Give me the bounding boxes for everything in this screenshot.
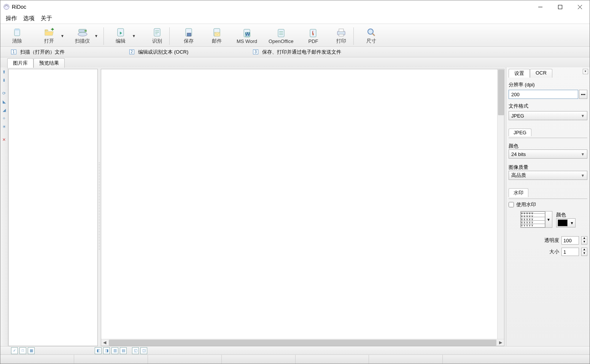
svg-line-32: [372, 33, 375, 36]
mail-button[interactable]: 邮件: [206, 27, 227, 45]
edit-button[interactable]: 编辑: [110, 27, 131, 45]
open-button[interactable]: 打开: [38, 27, 60, 45]
tab-gallery[interactable]: 图片库: [7, 58, 33, 68]
opacity-spinner[interactable]: ▲▼: [581, 236, 587, 245]
maximize-button[interactable]: [550, 0, 570, 13]
hint-num-icon: 2: [129, 49, 135, 54]
view3-icon[interactable]: ▥: [111, 347, 118, 354]
menu-action[interactable]: 操作: [3, 14, 20, 23]
tab-preview[interactable]: 预览结果: [33, 58, 65, 68]
print-button[interactable]: 打印: [331, 27, 352, 45]
open-dropdown-arrow[interactable]: ▼: [60, 34, 65, 38]
size-input[interactable]: [561, 248, 579, 256]
splitter[interactable]: [98, 162, 101, 251]
opacity-input[interactable]: [561, 236, 579, 245]
clear-icon: [12, 27, 22, 37]
color-select[interactable]: 24 bits▼: [509, 149, 587, 159]
delete-icon[interactable]: ✕: [1, 137, 7, 143]
main-tabs: 图片库 预览结果: [0, 57, 590, 67]
hint-1: 1扫描（打开的）文件: [11, 49, 65, 56]
save-icon: [183, 27, 194, 37]
app-icon: [3, 4, 10, 10]
size-button[interactable]: 尺寸: [361, 27, 382, 45]
panel-close-icon[interactable]: ×: [583, 69, 588, 74]
svg-rect-30: [339, 34, 344, 36]
openoffice-button[interactable]: OpenOffice: [265, 27, 297, 45]
menu-about[interactable]: 关于: [38, 14, 55, 23]
adjust-icon[interactable]: ✧: [1, 115, 7, 121]
toolbar-separator: [103, 27, 104, 45]
toolbar: 清除 打开 ▼ 扫描仪 ▼ 编辑 ▼ 识别 保存 邮件 W MS Word Op…: [0, 24, 590, 47]
svg-point-31: [368, 29, 373, 34]
hint-3: 3保存、打印并通过电子邮件发送文件: [253, 49, 341, 56]
scanner-button[interactable]: 扫描仪: [71, 27, 94, 45]
watermark-pattern-preview: vvvvvvvvvvvvvvvvvvvvvvvvv: [521, 211, 545, 227]
svg-point-7: [78, 32, 87, 36]
format-select[interactable]: JPEG▼: [509, 111, 587, 120]
minimize-button[interactable]: [530, 0, 550, 13]
rotate-icon[interactable]: ⟳: [1, 90, 7, 96]
edit-dropdown-arrow[interactable]: ▼: [131, 34, 137, 38]
svg-rect-2: [558, 5, 562, 9]
close-button[interactable]: [570, 0, 590, 13]
size-spinner[interactable]: ▲▼: [581, 248, 587, 256]
chevron-down-icon: ▼: [581, 114, 585, 118]
bottom-toolbar: ✓ □ ▦ ◧ ◨ ▥ ▤ ◱ ◲: [0, 346, 590, 354]
pdf-icon: [308, 28, 318, 38]
watermark-section-tab[interactable]: 水印: [509, 188, 528, 197]
left-toolbar: ⬆ ⬇ ⟳ ◣ ◢ ✧ ☀ ✕: [0, 67, 8, 346]
chevron-down-icon: ▼: [569, 221, 576, 225]
rp-tab-settings[interactable]: 设置: [509, 69, 530, 78]
window-title: RiDoc: [12, 4, 26, 10]
scanner-dropdown-arrow[interactable]: ▼: [94, 34, 99, 38]
recognize-button[interactable]: 识别: [146, 27, 168, 45]
quality-select[interactable]: 高品质▼: [509, 171, 587, 180]
opacity-label: 透明度: [544, 237, 559, 244]
brightness-icon[interactable]: ☀: [1, 124, 7, 130]
color-swatch: [558, 219, 568, 226]
zoom1-icon[interactable]: ◱: [132, 347, 139, 354]
watermark-color-select[interactable]: ▼: [556, 218, 576, 227]
dpi-input[interactable]: [509, 90, 578, 99]
chevron-down-icon: ▼: [581, 152, 585, 156]
main-area: ⬆ ⬇ ⟳ ◣ ◢ ✧ ☀ ✕ ◀▶ × 设置 OCR 分辨率 (dpi) ••…: [0, 67, 590, 346]
scanner-icon: [77, 27, 88, 37]
chevron-down-icon: ▼: [581, 173, 585, 178]
vertical-scrollbar[interactable]: [497, 69, 504, 339]
uncheckall-icon[interactable]: □: [19, 347, 26, 354]
view1-icon[interactable]: ◧: [95, 347, 102, 354]
dpi-label: 分辨率 (dpi): [509, 81, 587, 88]
view2-icon[interactable]: ◨: [103, 347, 110, 354]
checkall-icon[interactable]: ✓: [11, 347, 18, 354]
view4-icon[interactable]: ▤: [120, 347, 127, 354]
save-button[interactable]: 保存: [178, 27, 199, 45]
status-cell: [148, 355, 222, 364]
open-icon: [44, 27, 54, 37]
canvas: ◀▶: [101, 69, 504, 346]
status-cell: [74, 355, 148, 364]
rotate-right-icon[interactable]: ◢: [1, 107, 7, 113]
status-cell: [443, 355, 590, 364]
status-cell: [369, 355, 443, 364]
status-cell: [296, 355, 369, 364]
use-watermark-checkbox[interactable]: 使用水印: [509, 201, 587, 208]
jpeg-section-tab[interactable]: JPEG: [509, 129, 531, 136]
grid-icon[interactable]: ▦: [28, 347, 35, 354]
move-down-icon[interactable]: ⬇: [1, 77, 7, 83]
rotate-left-icon[interactable]: ◣: [1, 99, 7, 105]
right-panel: × 设置 OCR 分辨率 (dpi) ••• 文件格式 JPEG▼ JPEG 颜…: [506, 67, 590, 346]
hint-num-icon: 1: [11, 49, 16, 54]
clear-button[interactable]: 清除: [6, 27, 28, 45]
color-label: 颜色: [509, 143, 587, 149]
dpi-more-button[interactable]: •••: [579, 90, 587, 99]
menu-options[interactable]: 选项: [20, 14, 38, 23]
rp-tab-ocr[interactable]: OCR: [530, 69, 552, 78]
zoom2-icon[interactable]: ◲: [140, 347, 147, 354]
svg-text:W: W: [245, 31, 250, 37]
move-up-icon[interactable]: ⬆: [1, 69, 7, 75]
watermark-pattern-select[interactable]: vvvvvvvvvvvvvvvvvvvvvvvvv ▼: [520, 211, 552, 228]
pdf-button[interactable]: PDF: [302, 27, 324, 45]
msword-button[interactable]: W MS Word: [233, 27, 261, 45]
horizontal-scrollbar[interactable]: ◀▶: [101, 339, 504, 346]
hint-num-icon: 3: [253, 49, 258, 54]
